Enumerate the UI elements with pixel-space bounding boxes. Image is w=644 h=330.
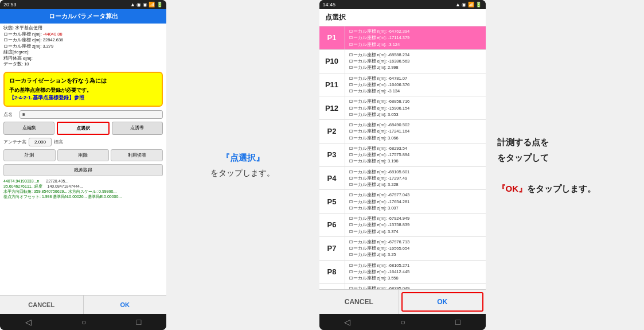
list-item-id-P9: P9	[319, 284, 345, 289]
right-home-icon[interactable]: ○	[401, 317, 405, 327]
left-nav-bar: ◁ ○ □	[0, 314, 166, 330]
list-item-id-P2: P2	[319, 120, 345, 143]
left-screen: ローカルパラメータ算出 状態: 水平基点使用 ローカル座標 n[m]: -440…	[0, 9, 166, 314]
list-item-P5[interactable]: P5ローカル座標 n[m]: -67977.043ローカル座標 e[m]: -1…	[319, 190, 486, 213]
list-item-data-P6: ローカル座標 n[m]: -67924.949ローカル座標 e[m]: -157…	[345, 213, 486, 236]
info-line-3: ローカル座標 e[m]: 22842.636	[3, 37, 163, 44]
list-item-P7[interactable]: P7ローカル座標 n[m]: -67976.713ローカル座標 e[m]: -1…	[319, 237, 486, 261]
left-bottom-buttons: CANCEL OK	[0, 295, 166, 314]
antenna-row: アンテナ高 2.000 標高	[0, 137, 166, 147]
select-point-button[interactable]: 点選択	[57, 122, 109, 135]
data-row-2: 35.6046276111...経度 140.08471847444...	[3, 184, 163, 189]
antenna-input[interactable]: 2.000	[29, 138, 52, 146]
list-item-id-P1: P1	[319, 26, 345, 49]
left-title: ローカルパラメータ算出	[0, 9, 166, 24]
right-line1: 計測する点を	[497, 137, 549, 147]
popup-body: 予め基準点座標の登録が必要です。	[9, 87, 157, 95]
data-row-3: 水平方向回転角: 359.8540756629... 水方向スケール: 0.99…	[3, 189, 163, 194]
right-title: 点選択	[319, 9, 486, 26]
list-item-data-P8: ローカル座標 n[m]: -68105.271ローカル座標 e[m]: -164…	[345, 261, 486, 284]
list-item-P4[interactable]: P4ローカル座標 n[m]: -68105.601ローカル座標 e[m]: -1…	[319, 167, 486, 191]
right-recent-icon[interactable]: □	[455, 317, 460, 327]
right-annotation-text: 計測する点を をタップして 『OK』をタップします。	[497, 134, 633, 196]
list-item-id-P7: P7	[319, 237, 345, 260]
right-status-bar: 14:45 ▲ ◉ 📶 🔋	[319, 0, 486, 9]
list-item-data-P4: ローカル座標 n[m]: -68105.601ローカル座標 e[m]: -172…	[345, 167, 486, 190]
annotation-select-text: 『点選択』 をタップします。	[175, 150, 311, 180]
point-label: 点名	[3, 111, 17, 118]
right-annotation: 計測する点を をタップして 『OK』をタップします。	[486, 0, 645, 330]
right-back-icon[interactable]: ◁	[344, 317, 350, 327]
list-item-P2[interactable]: P2ローカル座標 n[m]: -68490.502ローカル座標 e[m]: -1…	[319, 120, 486, 143]
list-item-P11[interactable]: P11ローカル座標 n[m]: -64781.07ローカル座標 e[m]: -1…	[319, 73, 486, 97]
list-item-id-P5: P5	[319, 190, 345, 213]
left-ok-button[interactable]: OK	[84, 296, 167, 314]
delete-button[interactable]: 削除	[57, 149, 110, 161]
info-line-6: 精円体高 e[m]:	[3, 56, 163, 62]
left-info-block: 状態: 水平基点使用 ローカル座標 n[m]: -44040.08 ローカル座標…	[0, 24, 166, 69]
list-item-id-P4: P4	[319, 167, 345, 190]
list-item-id-P6: P6	[319, 213, 345, 236]
info-line-5: 経度[degree]:	[3, 49, 163, 56]
popup-title: ローカライゼーションを行なう為には	[9, 76, 157, 85]
list-item-id-P12: P12	[319, 96, 345, 119]
list-item-data-P5: ローカル座標 n[m]: -67977.043ローカル座標 e[m]: -176…	[345, 190, 486, 213]
action-buttons: 計測 削除 利用切替	[0, 147, 166, 163]
info-line-2: ローカル座標 n[m]: -44040.08	[3, 32, 163, 38]
right-ok-ref: 『OK』をタップします。	[497, 184, 596, 193]
edit-point-button[interactable]: 点編集	[3, 122, 54, 135]
right-line2: をタップして	[497, 153, 549, 162]
left-status-bar: 20:53 ▲ ◉ ◉ 📶 🔋	[0, 0, 166, 9]
point-list[interactable]: P1ローカル座標 n[m]: -64762.394ローカル座標 e[m]: -1…	[319, 26, 486, 289]
right-cancel-button[interactable]: CANCEL	[319, 290, 400, 314]
point-buttons-row: 点編集 点選択 点誘導	[0, 120, 166, 137]
data-row-4: 基点方向オフセット: 1.998 基準局N:0.00026... 基準局E:0.…	[3, 194, 163, 199]
left-phone: 20:53 ▲ ◉ ◉ 📶 🔋 ローカルパラメータ算出 状態: 水平基点使用 ロ…	[0, 0, 166, 330]
home-icon[interactable]: ○	[81, 317, 86, 327]
info-line-7: データ数: 10	[3, 61, 163, 68]
annotation-link: 『点選択』	[221, 153, 264, 162]
list-item-P8[interactable]: P8ローカル座標 n[m]: -68105.271ローカル座標 e[m]: -1…	[319, 261, 486, 284]
list-item-P6[interactable]: P6ローカル座標 n[m]: -67924.949ローカル座標 e[m]: -1…	[319, 213, 486, 237]
right-ok-button[interactable]: OK	[401, 292, 483, 312]
info-line-1: 状態: 水平基点使用	[3, 25, 163, 32]
right-status-icons: ▲ ◉ 📶 🔋	[455, 2, 482, 7]
list-item-P10[interactable]: P10ローカル座標 n[m]: -68588.234ローカル座標 e[m]: -…	[319, 50, 486, 73]
list-item-data-P3: ローカル座標 n[m]: -68293.54ローカル座標 e[m]: -1757…	[345, 143, 486, 166]
left-cancel-button[interactable]: CANCEL	[0, 296, 84, 314]
left-status-icons: ▲ ◉ ◉ 📶 🔋	[130, 2, 163, 7]
annotation-tap-text: をタップします。	[210, 168, 275, 177]
toggle-button[interactable]: 利用切替	[111, 149, 163, 161]
recent-icon[interactable]: □	[136, 317, 141, 327]
list-item-P9[interactable]: P9ローカル座標 n[m]: -68395.049ローカル座標 e[m]: -1…	[319, 284, 486, 289]
left-content: 状態: 水平基点使用 ローカル座標 n[m]: -44040.08 ローカル座標…	[0, 24, 166, 295]
localization-popup: ローカライゼーションを行なう為には 予め基準点座標の登録が必要です。 【2-4-…	[3, 72, 163, 107]
list-item-data-P1: ローカル座標 n[m]: -64762.394ローカル座標 e[m]: -171…	[345, 26, 486, 49]
zansa-button[interactable]: 残差取得	[3, 164, 163, 176]
navigate-point-button[interactable]: 点誘導	[112, 122, 163, 135]
list-item-id-P11: P11	[319, 73, 345, 96]
list-item-id-P8: P8	[319, 261, 345, 284]
data-row-1: 44074.94193333...n 22728.405...	[3, 178, 163, 184]
left-time: 20:53	[3, 2, 17, 7]
list-item-P12[interactable]: P12ローカル座標 n[m]: -68858.716ローカル座標 e[m]: -…	[319, 96, 486, 120]
list-item-data-P12: ローカル座標 n[m]: -68858.716ローカル座標 e[m]: -159…	[345, 96, 486, 119]
measure-button[interactable]: 計測	[3, 149, 56, 161]
list-item-data-P2: ローカル座標 n[m]: -68490.502ローカル座標 e[m]: -172…	[345, 120, 486, 143]
list-item-id-P10: P10	[319, 50, 345, 73]
popup-ref: 【2-4-2-1.基準点座標登録】参照	[9, 94, 157, 102]
back-icon[interactable]: ◁	[25, 317, 32, 327]
list-item-data-P9: ローカル座標 n[m]: -68395.049ローカル座標 e[m]: -163…	[345, 284, 486, 289]
right-phone: 14:45 ▲ ◉ 📶 🔋 点選択 P1ローカル座標 n[m]: -64762.…	[319, 0, 486, 330]
right-bottom-buttons: CANCEL OK	[319, 289, 486, 314]
antenna-ref-label: 標高	[54, 139, 63, 145]
info-line-4: ローカル座標 z[m]: 3.279	[3, 44, 163, 50]
point-name-input[interactable]: E	[19, 110, 163, 119]
field-row: 点名 E	[0, 109, 166, 120]
list-item-id-P3: P3	[319, 143, 345, 166]
right-time: 14:45	[323, 2, 336, 7]
list-item-P1[interactable]: P1ローカル座標 n[m]: -64762.394ローカル座標 e[m]: -1…	[319, 26, 486, 50]
list-item-P3[interactable]: P3ローカル座標 n[m]: -68293.54ローカル座標 e[m]: -17…	[319, 143, 486, 167]
list-item-data-P7: ローカル座標 n[m]: -67976.713ローカル座標 e[m]: -165…	[345, 237, 486, 260]
right-content: 点選択 P1ローカル座標 n[m]: -64762.394ローカル座標 e[m]…	[319, 9, 486, 314]
